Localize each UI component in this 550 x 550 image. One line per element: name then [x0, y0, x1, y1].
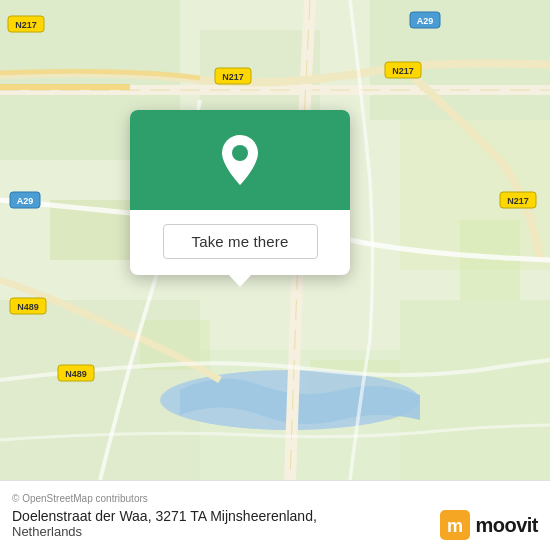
popup-card: Take me there [130, 110, 350, 275]
svg-text:N489: N489 [65, 369, 87, 379]
map: N217 N217 A29 A29 N217 N217 N489 N489 N4 [0, 0, 550, 480]
map-attribution: © OpenStreetMap contributors [12, 493, 538, 504]
take-me-there-button[interactable]: Take me there [163, 224, 318, 259]
moovit-logo: m moovit [440, 510, 538, 540]
svg-text:N217: N217 [392, 66, 414, 76]
svg-rect-7 [400, 300, 550, 480]
svg-text:A29: A29 [17, 196, 34, 206]
svg-point-31 [232, 145, 248, 161]
svg-text:N489: N489 [17, 302, 39, 312]
svg-text:m: m [447, 516, 463, 536]
popup-header [130, 110, 350, 210]
bottom-bar: © OpenStreetMap contributors Doelenstraa… [0, 480, 550, 550]
moovit-icon: m [440, 510, 470, 540]
svg-text:N217: N217 [507, 196, 529, 206]
svg-text:A29: A29 [417, 16, 434, 26]
location-pin-icon [217, 133, 263, 187]
moovit-wordmark: moovit [475, 514, 538, 537]
svg-text:N217: N217 [222, 72, 244, 82]
svg-text:N217: N217 [15, 20, 37, 30]
